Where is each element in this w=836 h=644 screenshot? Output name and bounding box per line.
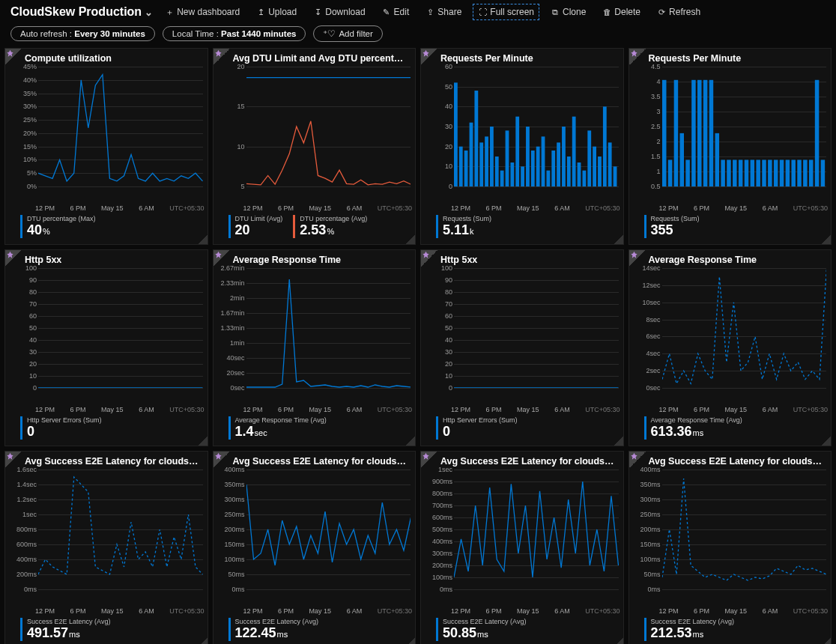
x-axis-label: May 15	[101, 406, 124, 413]
tile-chart: 0ms50ms100ms150ms200ms250ms300ms350ms400…	[634, 470, 827, 606]
y-axis-label: 400ms	[635, 466, 661, 473]
timezone-label: UTC+05:30	[793, 607, 828, 615]
resize-handle[interactable]	[613, 637, 623, 644]
svg-rect-26	[587, 130, 591, 186]
filter-add-icon: ⁺♡	[323, 29, 336, 38]
y-axis-label: 300ms	[635, 496, 661, 503]
metric-label: DTU percentage (Max)	[27, 215, 96, 222]
download-button[interactable]: ↧Download	[309, 4, 369, 19]
svg-rect-7	[490, 127, 494, 186]
resize-handle[interactable]	[405, 234, 415, 244]
y-axis-label: 40%	[11, 76, 37, 84]
svg-rect-8	[495, 157, 499, 186]
dashboard-tile[interactable]: Requests Per Minute 0.511.522.533.544.5 …	[628, 48, 832, 245]
fullscreen-label: Full screen	[490, 7, 534, 17]
svg-rect-36	[685, 160, 689, 186]
y-axis-label: 4.5	[635, 63, 661, 70]
local-time-pill[interactable]: Local Time : Past 1440 minutes	[163, 26, 306, 41]
dashboard-tile[interactable]: Avg Success E2E Latency for cloudskew...…	[213, 451, 417, 644]
tile-chart: 0ms50ms100ms150ms200ms250ms300ms350ms400…	[218, 470, 411, 606]
metric-value: 613.36ms	[651, 424, 742, 440]
dashboard-tile[interactable]: Avg DTU Limit and Avg DTU percentage for…	[213, 48, 417, 245]
delete-label: Delete	[614, 7, 640, 17]
chart-x-axis: 12 PM6 PMMay 156 AM UTC+05:30	[421, 606, 623, 615]
timezone-label: UTC+05:30	[585, 204, 620, 212]
svg-rect-15	[531, 151, 535, 186]
metric-label: DTU Limit (Avg)	[235, 215, 283, 222]
y-axis-label: 50ms	[219, 571, 245, 578]
svg-rect-30	[608, 142, 612, 186]
y-axis-label: 1.33min	[219, 324, 245, 332]
local-time-value: Past 1440 minutes	[221, 29, 296, 38]
y-axis-label: 1.67min	[219, 309, 245, 317]
resize-handle[interactable]	[197, 637, 208, 644]
x-axis-label: 12 PM	[243, 607, 263, 615]
metric-label: Http Server Errors (Sum)	[443, 416, 518, 424]
y-axis-label: 0%	[11, 183, 37, 190]
x-axis-label: May 15	[309, 204, 332, 212]
chart-x-axis: 12 PM6 PMMay 156 AM UTC+05:30	[213, 203, 416, 212]
y-axis-label: 0	[11, 384, 37, 392]
refresh-button[interactable]: ⟳Refresh	[652, 4, 705, 19]
svg-rect-0	[454, 82, 458, 186]
resize-handle[interactable]	[820, 435, 831, 446]
y-axis-label: 4sec	[635, 350, 661, 357]
resize-handle[interactable]	[820, 637, 831, 644]
metric-value: 1.4sec	[235, 424, 327, 440]
tile-metrics: Http Server Errors (Sum) 0	[421, 413, 623, 446]
tile-chart: 0102030405060708090100	[425, 268, 619, 404]
tile-chart: 0102030405060708090100	[10, 268, 203, 404]
y-axis-label: 100ms	[427, 574, 452, 581]
new-dashboard-button[interactable]: ＋New dashboard	[160, 4, 244, 20]
clone-button[interactable]: ⧉Clone	[546, 4, 590, 19]
resize-handle[interactable]	[405, 637, 415, 644]
resize-handle[interactable]	[613, 234, 623, 244]
dashboard-grid: Compute utilization 0%5%10%15%20%25%30%3…	[0, 48, 836, 644]
y-axis-label: 25%	[11, 116, 37, 124]
resize-handle[interactable]	[197, 234, 208, 244]
dashboard-tile[interactable]: Compute utilization 0%5%10%15%20%25%30%3…	[4, 48, 208, 245]
svg-rect-25	[582, 171, 586, 186]
auto-refresh-pill[interactable]: Auto refresh : Every 30 minutes	[10, 26, 155, 41]
fullscreen-button[interactable]: ⛶Full screen	[473, 4, 539, 19]
svg-rect-19	[551, 151, 555, 186]
resize-handle[interactable]	[613, 435, 623, 446]
y-axis-label: 800ms	[11, 526, 37, 533]
y-axis-label: 20sec	[219, 369, 245, 377]
resize-handle[interactable]	[197, 435, 208, 446]
metric-block: Success E2E Latency (Avg) 212.53ms	[644, 618, 734, 641]
edit-button[interactable]: ✎Edit	[378, 4, 414, 19]
x-axis-label: 12 PM	[243, 204, 263, 212]
dashboard-tile[interactable]: Average Response Time 0sec20sec40sec1min…	[213, 249, 417, 446]
svg-rect-37	[691, 80, 695, 186]
x-axis-label: 12 PM	[35, 406, 55, 413]
upload-button[interactable]: ↥Upload	[252, 4, 301, 19]
y-axis-label: 0	[427, 183, 452, 190]
dashboard-tile[interactable]: Avg Success E2E Latency for cloudskew...…	[420, 451, 624, 644]
metric-label: Success E2E Latency (Avg)	[235, 618, 318, 625]
dashboard-title[interactable]: CloudSkew Production ⌄	[10, 5, 153, 19]
share-button[interactable]: ⇪Share	[421, 4, 466, 19]
dashboard-tile[interactable]: Http 5xx 0102030405060708090100 12 PM6 P…	[4, 249, 208, 446]
tile-chart: 5101520	[218, 67, 411, 203]
resize-handle[interactable]	[820, 234, 831, 244]
dashboard-tile[interactable]: Http 5xx 0102030405060708090100 12 PM6 P…	[420, 249, 624, 446]
x-axis-label: 6 PM	[278, 204, 294, 212]
delete-button[interactable]: 🗑Delete	[598, 4, 645, 19]
add-filter-button[interactable]: ⁺♡Add filter	[313, 25, 382, 42]
chevron-down-icon: ⌄	[145, 7, 153, 18]
resize-handle[interactable]	[405, 435, 415, 446]
y-axis-label: 3	[635, 108, 661, 115]
dashboard-tile[interactable]: Average Response Time 0sec2sec4sec6sec8s…	[628, 249, 832, 446]
y-axis-label: 300ms	[427, 550, 452, 557]
timezone-label: UTC+05:30	[169, 204, 204, 212]
dashboard-tile[interactable]: Avg Success E2E Latency for cloudskew...…	[628, 451, 832, 644]
x-axis-label: 6 AM	[763, 607, 778, 615]
svg-rect-48	[756, 160, 760, 186]
x-axis-label: 12 PM	[35, 204, 55, 212]
dashboard-tile[interactable]: Avg Success E2E Latency for cloudskew...…	[4, 451, 208, 644]
dashboard-tile[interactable]: Requests Per Minute 0102030405060 12 PM6…	[420, 48, 624, 245]
y-axis-label: 800ms	[427, 490, 452, 497]
chart-x-axis: 12 PM6 PMMay 156 AM UTC+05:30	[629, 404, 832, 413]
metric-label: Requests (Sum)	[651, 215, 700, 222]
